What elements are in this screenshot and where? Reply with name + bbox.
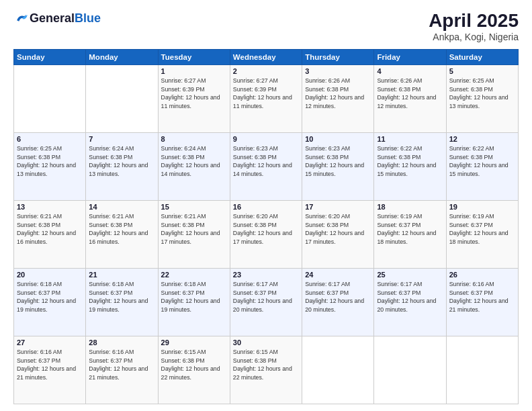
calendar-day-cell: 22Sunrise: 6:18 AM Sunset: 6:37 PM Dayli… (158, 268, 230, 336)
day-of-week-header: Friday (374, 49, 446, 64)
day-number: 16 (233, 203, 299, 211)
calendar-day-cell: 17Sunrise: 6:20 AM Sunset: 6:38 PM Dayli… (302, 200, 374, 268)
day-number: 6 (17, 135, 83, 143)
bird-icon (15, 11, 30, 26)
calendar-day-cell (374, 336, 446, 404)
day-info: Sunrise: 6:16 AM Sunset: 6:37 PM Dayligh… (17, 348, 83, 382)
calendar-day-cell: 11Sunrise: 6:22 AM Sunset: 6:38 PM Dayli… (374, 132, 446, 200)
calendar-day-cell (14, 64, 86, 132)
day-info: Sunrise: 6:16 AM Sunset: 6:37 PM Dayligh… (449, 280, 515, 314)
calendar-day-cell: 10Sunrise: 6:23 AM Sunset: 6:38 PM Dayli… (302, 132, 374, 200)
day-number: 1 (161, 67, 227, 75)
calendar-day-cell: 8Sunrise: 6:24 AM Sunset: 6:38 PM Daylig… (158, 132, 230, 200)
calendar-day-cell (302, 336, 374, 404)
calendar-day-cell: 25Sunrise: 6:17 AM Sunset: 6:37 PM Dayli… (374, 268, 446, 336)
day-info: Sunrise: 6:16 AM Sunset: 6:37 PM Dayligh… (89, 348, 154, 382)
day-info: Sunrise: 6:17 AM Sunset: 6:37 PM Dayligh… (377, 280, 443, 314)
calendar-day-cell: 28Sunrise: 6:16 AM Sunset: 6:37 PM Dayli… (86, 336, 158, 404)
calendar-day-cell (446, 336, 518, 404)
calendar-day-cell: 2Sunrise: 6:27 AM Sunset: 6:39 PM Daylig… (230, 64, 302, 132)
calendar-day-cell: 7Sunrise: 6:24 AM Sunset: 6:38 PM Daylig… (86, 132, 158, 200)
day-number: 11 (377, 135, 443, 143)
day-number: 27 (17, 338, 83, 347)
day-info: Sunrise: 6:21 AM Sunset: 6:38 PM Dayligh… (89, 212, 154, 246)
day-number: 14 (89, 203, 154, 211)
logo-blue: Blue (75, 12, 101, 24)
calendar-week-row: 27Sunrise: 6:16 AM Sunset: 6:37 PM Dayli… (14, 336, 519, 404)
calendar-week-row: 6Sunrise: 6:25 AM Sunset: 6:38 PM Daylig… (14, 132, 519, 200)
calendar-day-cell: 13Sunrise: 6:21 AM Sunset: 6:38 PM Dayli… (14, 200, 86, 268)
calendar-day-cell: 30Sunrise: 6:15 AM Sunset: 6:38 PM Dayli… (230, 336, 302, 404)
day-number: 20 (17, 271, 83, 279)
header: GeneralBlue April 2025 Ankpa, Kogi, Nige… (13, 11, 519, 42)
day-number: 28 (89, 338, 154, 347)
day-info: Sunrise: 6:23 AM Sunset: 6:38 PM Dayligh… (305, 144, 371, 179)
day-info: Sunrise: 6:15 AM Sunset: 6:38 PM Dayligh… (161, 348, 227, 382)
logo-general: General (30, 12, 75, 24)
day-info: Sunrise: 6:17 AM Sunset: 6:37 PM Dayligh… (233, 280, 299, 314)
day-number: 13 (17, 203, 83, 211)
calendar-day-cell: 6Sunrise: 6:25 AM Sunset: 6:38 PM Daylig… (14, 132, 86, 200)
day-info: Sunrise: 6:26 AM Sunset: 6:38 PM Dayligh… (305, 77, 371, 111)
day-number: 10 (305, 135, 371, 143)
calendar-day-cell (86, 64, 158, 132)
calendar-day-cell: 3Sunrise: 6:26 AM Sunset: 6:38 PM Daylig… (302, 64, 374, 132)
day-info: Sunrise: 6:18 AM Sunset: 6:37 PM Dayligh… (89, 280, 154, 314)
day-info: Sunrise: 6:18 AM Sunset: 6:37 PM Dayligh… (161, 280, 227, 314)
calendar-day-cell: 27Sunrise: 6:16 AM Sunset: 6:37 PM Dayli… (14, 336, 86, 404)
calendar-day-cell: 5Sunrise: 6:25 AM Sunset: 6:38 PM Daylig… (446, 64, 518, 132)
day-info: Sunrise: 6:15 AM Sunset: 6:38 PM Dayligh… (233, 348, 299, 382)
title-area: April 2025 Ankpa, Kogi, Nigeria (429, 11, 519, 42)
day-info: Sunrise: 6:27 AM Sunset: 6:39 PM Dayligh… (233, 77, 299, 111)
day-info: Sunrise: 6:19 AM Sunset: 6:37 PM Dayligh… (449, 212, 515, 246)
calendar-day-cell: 23Sunrise: 6:17 AM Sunset: 6:37 PM Dayli… (230, 268, 302, 336)
day-info: Sunrise: 6:19 AM Sunset: 6:37 PM Dayligh… (377, 212, 443, 246)
calendar-day-cell: 16Sunrise: 6:20 AM Sunset: 6:38 PM Dayli… (230, 200, 302, 268)
calendar-day-cell: 19Sunrise: 6:19 AM Sunset: 6:37 PM Dayli… (446, 200, 518, 268)
day-number: 25 (377, 271, 443, 279)
day-number: 23 (233, 271, 299, 279)
calendar-day-cell: 4Sunrise: 6:26 AM Sunset: 6:38 PM Daylig… (374, 64, 446, 132)
day-number: 8 (161, 135, 227, 143)
day-number: 15 (161, 203, 227, 211)
day-info: Sunrise: 6:22 AM Sunset: 6:38 PM Dayligh… (377, 144, 443, 179)
calendar-header-row: SundayMondayTuesdayWednesdayThursdayFrid… (14, 49, 519, 64)
day-number: 18 (377, 203, 443, 211)
day-info: Sunrise: 6:26 AM Sunset: 6:38 PM Dayligh… (377, 77, 443, 111)
calendar-day-cell: 14Sunrise: 6:21 AM Sunset: 6:38 PM Dayli… (86, 200, 158, 268)
day-info: Sunrise: 6:25 AM Sunset: 6:38 PM Dayligh… (17, 144, 83, 179)
calendar-week-row: 1Sunrise: 6:27 AM Sunset: 6:39 PM Daylig… (14, 64, 519, 132)
day-number: 9 (233, 135, 299, 143)
calendar-day-cell: 20Sunrise: 6:18 AM Sunset: 6:37 PM Dayli… (14, 268, 86, 336)
logo: GeneralBlue (13, 11, 101, 26)
day-number: 30 (233, 338, 299, 347)
day-info: Sunrise: 6:21 AM Sunset: 6:38 PM Dayligh… (161, 212, 227, 246)
calendar-day-cell: 12Sunrise: 6:22 AM Sunset: 6:38 PM Dayli… (446, 132, 518, 200)
calendar-week-row: 20Sunrise: 6:18 AM Sunset: 6:37 PM Dayli… (14, 268, 519, 336)
day-info: Sunrise: 6:24 AM Sunset: 6:38 PM Dayligh… (89, 144, 154, 179)
calendar-day-cell: 18Sunrise: 6:19 AM Sunset: 6:37 PM Dayli… (374, 200, 446, 268)
day-info: Sunrise: 6:22 AM Sunset: 6:38 PM Dayligh… (449, 144, 515, 179)
day-info: Sunrise: 6:17 AM Sunset: 6:37 PM Dayligh… (305, 280, 371, 314)
calendar-title: April 2025 (429, 11, 519, 32)
calendar-day-cell: 15Sunrise: 6:21 AM Sunset: 6:38 PM Dayli… (158, 200, 230, 268)
calendar-table: SundayMondayTuesdayWednesdayThursdayFrid… (13, 49, 519, 404)
day-number: 12 (449, 135, 515, 143)
calendar-subtitle: Ankpa, Kogi, Nigeria (429, 32, 519, 42)
day-number: 24 (305, 271, 371, 279)
calendar-day-cell: 21Sunrise: 6:18 AM Sunset: 6:37 PM Dayli… (86, 268, 158, 336)
day-number: 2 (233, 67, 299, 75)
calendar-day-cell: 1Sunrise: 6:27 AM Sunset: 6:39 PM Daylig… (158, 64, 230, 132)
day-number: 22 (161, 271, 227, 279)
calendar-day-cell: 9Sunrise: 6:23 AM Sunset: 6:38 PM Daylig… (230, 132, 302, 200)
day-info: Sunrise: 6:20 AM Sunset: 6:38 PM Dayligh… (233, 212, 299, 246)
day-of-week-header: Monday (86, 49, 158, 64)
page: GeneralBlue April 2025 Ankpa, Kogi, Nige… (0, 0, 532, 411)
day-number: 26 (449, 271, 515, 279)
day-of-week-header: Sunday (14, 49, 86, 64)
day-number: 3 (305, 67, 371, 75)
day-number: 19 (449, 203, 515, 211)
day-info: Sunrise: 6:21 AM Sunset: 6:38 PM Dayligh… (17, 212, 83, 246)
day-number: 29 (161, 338, 227, 347)
day-info: Sunrise: 6:20 AM Sunset: 6:38 PM Dayligh… (305, 212, 371, 246)
